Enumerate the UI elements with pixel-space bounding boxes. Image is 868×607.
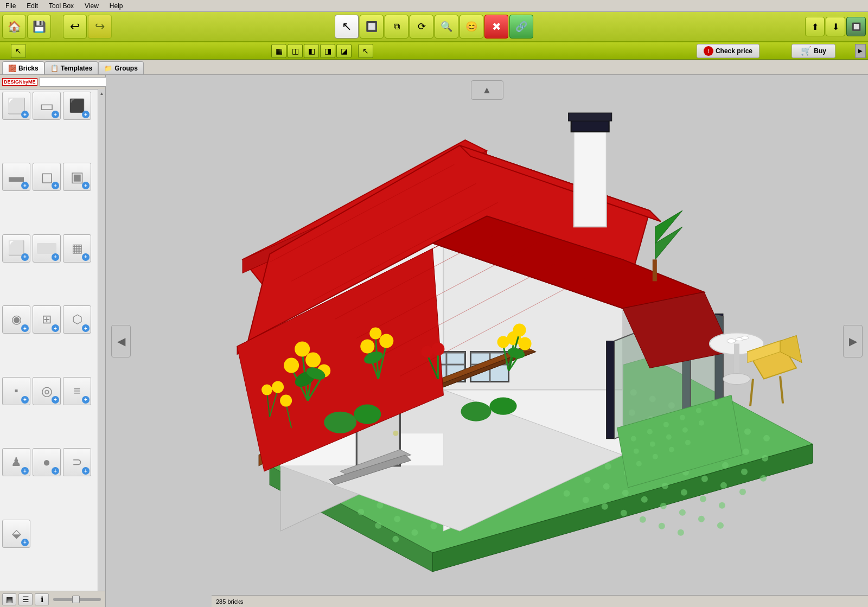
menu-help[interactable]: Help bbox=[106, 1, 126, 11]
brick-item[interactable]: ⊃ + bbox=[63, 448, 91, 476]
svg-point-251 bbox=[490, 398, 517, 415]
brick-item[interactable]: ⊞ + bbox=[33, 305, 61, 334]
svg-point-250 bbox=[461, 402, 491, 421]
navigate-right-button[interactable]: ▶ bbox=[843, 325, 863, 357]
add-brick-button[interactable]: 🔲 bbox=[360, 15, 384, 39]
panel-scrollbar[interactable]: ▲ bbox=[98, 89, 105, 591]
delete-button[interactable]: ✖ bbox=[484, 15, 508, 39]
svg-point-53 bbox=[743, 449, 749, 455]
info-view-button[interactable]: ℹ bbox=[35, 593, 49, 605]
delete-icon: ✖ bbox=[492, 20, 501, 33]
select-tool-button[interactable]: ↖ bbox=[335, 15, 359, 39]
brick-item[interactable]: ⬜ + bbox=[2, 92, 30, 120]
zoom-slider-thumb[interactable] bbox=[72, 596, 80, 603]
brick-item[interactable]: ⬛ + bbox=[63, 92, 91, 120]
tab-bricks[interactable]: 🧱 Bricks bbox=[2, 61, 44, 74]
sec-icon-2: ◫ bbox=[292, 47, 299, 55]
tab-templates[interactable]: 📋 Templates bbox=[44, 61, 98, 74]
save-button[interactable]: 💾 bbox=[27, 15, 51, 39]
color-button[interactable]: 😊 bbox=[459, 15, 483, 39]
cart-icon: 🛒 bbox=[801, 46, 812, 56]
svg-point-271 bbox=[653, 454, 658, 459]
view2-icon: ⬇ bbox=[832, 22, 839, 32]
svg-point-209 bbox=[723, 374, 750, 385]
svg-point-99 bbox=[720, 482, 727, 489]
snap-button[interactable]: 🔗 bbox=[509, 15, 533, 39]
brick-item[interactable]: + bbox=[33, 234, 61, 263]
brick-item[interactable]: ⬜ + bbox=[2, 234, 30, 263]
brick-item[interactable]: ⬡ + bbox=[63, 305, 91, 334]
svg-point-141 bbox=[411, 529, 418, 536]
svg-point-114 bbox=[605, 463, 611, 470]
clone-button[interactable]: ⧉ bbox=[385, 15, 409, 39]
brick-item[interactable]: ◎ + bbox=[33, 377, 61, 405]
left-arrow-icon: ◀ bbox=[117, 335, 125, 348]
cursor-icon: ↖ bbox=[15, 47, 22, 55]
brick-item[interactable]: ⬙ + bbox=[2, 520, 30, 548]
hinge-button[interactable]: ⟳ bbox=[410, 15, 433, 39]
list-view-button[interactable]: ☰ bbox=[18, 593, 33, 605]
menu-edit[interactable]: Edit bbox=[23, 1, 41, 11]
check-price-button[interactable]: ! Check price bbox=[697, 44, 760, 58]
brick-item[interactable]: ● + bbox=[33, 448, 61, 476]
zoom-slider[interactable] bbox=[53, 598, 101, 601]
svg-point-100 bbox=[739, 489, 746, 495]
brick-item[interactable]: ▪ + bbox=[2, 377, 30, 405]
toolbar-right: ⬆ ⬇ 🔲 bbox=[805, 17, 866, 36]
sec-btn-2[interactable]: ◫ bbox=[288, 44, 303, 58]
status-bar: 285 bricks bbox=[212, 595, 868, 607]
svg-point-268 bbox=[682, 427, 688, 433]
sec-btn-5[interactable]: ◪ bbox=[336, 44, 352, 58]
svg-point-134 bbox=[622, 490, 629, 496]
paint-icon: 🔍 bbox=[441, 21, 452, 33]
brick-item[interactable]: ▬ + bbox=[2, 163, 30, 191]
grid-view-icon: ▦ bbox=[6, 595, 13, 604]
brick-item[interactable]: ♟ + bbox=[2, 448, 30, 476]
brick-item[interactable]: ▭ + bbox=[33, 92, 61, 120]
navigate-up-button[interactable]: ▲ bbox=[471, 80, 503, 100]
svg-point-272 bbox=[669, 447, 674, 452]
brick-add-icon: + bbox=[52, 324, 59, 332]
home-button[interactable]: 🏠 bbox=[2, 15, 26, 39]
view-btn-3[interactable]: 🔲 bbox=[846, 17, 866, 36]
svg-point-246 bbox=[513, 323, 526, 336]
paint-button[interactable]: 🔍 bbox=[435, 15, 458, 39]
view-btn-2[interactable]: ⬇ bbox=[826, 17, 845, 36]
undo-button[interactable]: ↩ bbox=[63, 15, 87, 39]
view-btn-1[interactable]: ⬆ bbox=[805, 17, 825, 36]
sec-btn-1[interactable]: ▦ bbox=[271, 44, 286, 58]
menu-toolbox[interactable]: Tool Box bbox=[46, 1, 77, 11]
brick-count: 285 bricks bbox=[216, 598, 243, 605]
brick-add-icon: + bbox=[52, 396, 59, 404]
brick-add-icon: + bbox=[52, 182, 59, 189]
sec-btn-4[interactable]: ◨ bbox=[320, 44, 335, 58]
svg-point-137 bbox=[679, 509, 686, 516]
brick-item[interactable]: ◻ + bbox=[33, 163, 61, 191]
svg-point-231 bbox=[379, 334, 393, 348]
redo-button[interactable]: ↪ bbox=[88, 15, 112, 39]
lego-scene bbox=[106, 75, 868, 607]
sec-btn-6[interactable]: ↖ bbox=[358, 44, 373, 58]
svg-point-136 bbox=[660, 503, 667, 509]
tab-groups[interactable]: 📁 Groups bbox=[98, 61, 144, 74]
menu-view[interactable]: View bbox=[81, 1, 102, 11]
scroll-right-button[interactable]: ▶ bbox=[855, 44, 866, 58]
grid-view-button[interactable]: ▦ bbox=[2, 593, 16, 605]
navigate-left-button[interactable]: ◀ bbox=[111, 325, 131, 357]
sec-btn-3[interactable]: ◧ bbox=[304, 44, 319, 58]
menu-file[interactable]: File bbox=[2, 1, 19, 11]
brick-item[interactable]: ≡ + bbox=[63, 377, 91, 405]
sec-btn-cursor[interactable]: ↖ bbox=[11, 44, 26, 58]
svg-point-257 bbox=[280, 395, 292, 407]
buy-button[interactable]: 🛒 Buy bbox=[792, 44, 835, 58]
brick-add-icon: + bbox=[52, 253, 59, 261]
sec-icon-1: ▦ bbox=[276, 47, 283, 55]
svg-point-152 bbox=[621, 510, 627, 516]
brick-item[interactable]: ▦ + bbox=[63, 234, 91, 263]
brick-item[interactable]: ▣ + bbox=[63, 163, 91, 191]
brick-add-icon: + bbox=[82, 396, 90, 404]
svg-point-229 bbox=[360, 339, 374, 353]
brick-item[interactable]: ◉ + bbox=[2, 305, 30, 334]
templates-icon: 📋 bbox=[50, 65, 59, 72]
svg-point-28 bbox=[744, 429, 751, 435]
